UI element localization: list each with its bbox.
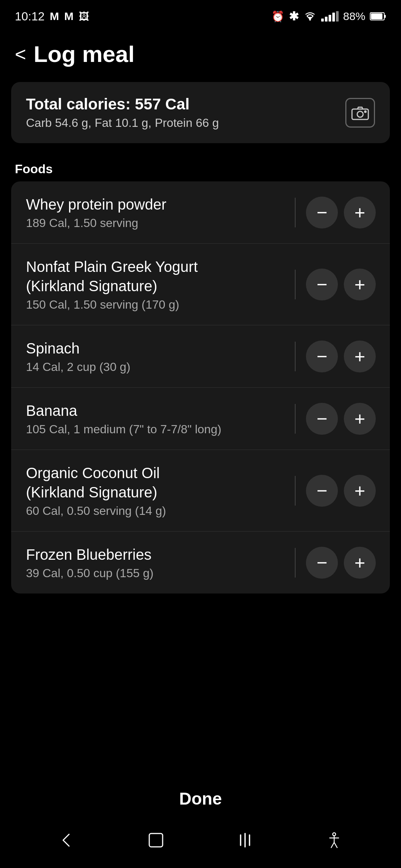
increase-greek-yogurt-button[interactable]: + (344, 269, 376, 300)
list-item: Organic Coconut Oil(Kirkland Signature) … (11, 450, 390, 532)
summary-card: Total calories: 557 Cal Carb 54.6 g, Fat… (11, 82, 390, 143)
food-info-greek-yogurt: Nonfat Plain Greek Yogurt(Kirkland Signa… (26, 257, 287, 312)
nav-recents-icon (235, 831, 255, 850)
camera-icon (351, 104, 369, 122)
nav-accessibility-button[interactable] (313, 823, 355, 857)
food-controls-coconut-oil: − + (295, 475, 379, 507)
macros-summary: Carb 54.6 g, Fat 10.1 g, Protein 66 g (26, 116, 219, 130)
list-item: Nonfat Plain Greek Yogurt(Kirkland Signa… (11, 244, 390, 325)
svg-line-14 (331, 842, 334, 848)
food-name-greek-yogurt: Nonfat Plain Greek Yogurt(Kirkland Signa… (26, 257, 287, 296)
foods-section-label: Foods (0, 151, 401, 181)
bluetooth-icon: ✱ (289, 9, 299, 23)
decrease-spinach-button[interactable]: − (306, 341, 338, 372)
camera-button[interactable] (345, 98, 375, 128)
decrease-whey-protein-button[interactable]: − (306, 197, 338, 228)
navigation-bar (0, 812, 401, 868)
photo-icon: 🖼 (79, 10, 89, 23)
nav-back-button[interactable] (46, 823, 88, 857)
nav-home-button[interactable] (135, 823, 177, 857)
divider (295, 404, 296, 434)
svg-point-5 (357, 111, 363, 117)
decrease-banana-button[interactable]: − (306, 403, 338, 435)
decrease-coconut-oil-button[interactable]: − (306, 475, 338, 507)
svg-point-6 (365, 111, 366, 112)
divider (295, 476, 296, 506)
decrease-blueberries-button[interactable]: − (306, 547, 338, 579)
food-details-spinach: 14 Cal, 2 cup (30 g) (26, 360, 287, 374)
svg-rect-3 (384, 15, 386, 18)
food-list: Whey protein powder 189 Cal, 1.50 servin… (11, 181, 390, 594)
gmail-icon-1: M (50, 10, 59, 23)
header: < Log meal (0, 30, 401, 75)
svg-line-15 (334, 842, 337, 848)
nav-accessibility-icon (325, 831, 344, 850)
page-title: Log meal (33, 41, 134, 67)
increase-banana-button[interactable]: + (344, 403, 376, 435)
status-bar: 10:12 M M 🖼 ⏰ ✱ 88% (0, 0, 401, 30)
food-details-greek-yogurt: 150 Cal, 1.50 serving (170 g) (26, 298, 287, 312)
food-info-whey-protein: Whey protein powder 189 Cal, 1.50 servin… (26, 195, 287, 230)
food-details-banana: 105 Cal, 1 medium (7" to 7-7/8" long) (26, 423, 287, 436)
time-display: 10:12 (15, 10, 45, 23)
divider (295, 342, 296, 371)
wifi-icon (303, 11, 317, 22)
svg-rect-2 (371, 13, 382, 19)
status-left: 10:12 M M 🖼 (15, 10, 89, 23)
divider (295, 198, 296, 227)
increase-coconut-oil-button[interactable]: + (344, 475, 376, 507)
food-details-coconut-oil: 60 Cal, 0.50 serving (14 g) (26, 504, 287, 518)
total-calories: Total calories: 557 Cal (26, 95, 219, 113)
gmail-icon-2: M (64, 10, 74, 23)
list-item: Spinach 14 Cal, 2 cup (30 g) − + (11, 325, 390, 388)
food-controls-greek-yogurt: − + (295, 269, 379, 300)
nav-home-icon (146, 831, 166, 850)
alarm-icon: ⏰ (271, 10, 284, 23)
list-item: Frozen Blueberries 39 Cal, 0.50 cup (155… (11, 532, 390, 594)
food-info-blueberries: Frozen Blueberries 39 Cal, 0.50 cup (155… (26, 545, 287, 580)
list-item: Banana 105 Cal, 1 medium (7" to 7-7/8" l… (11, 388, 390, 450)
food-info-spinach: Spinach 14 Cal, 2 cup (30 g) (26, 339, 287, 374)
signal-icon (321, 11, 339, 22)
food-controls-blueberries: − + (295, 547, 379, 579)
svg-point-0 (309, 19, 311, 21)
nav-back-icon (57, 831, 76, 850)
battery-icon (370, 11, 386, 21)
decrease-greek-yogurt-button[interactable]: − (306, 269, 338, 300)
food-details-whey-protein: 189 Cal, 1.50 serving (26, 216, 287, 230)
food-name-spinach: Spinach (26, 339, 287, 358)
food-details-blueberries: 39 Cal, 0.50 cup (155 g) (26, 566, 287, 580)
increase-spinach-button[interactable]: + (344, 341, 376, 372)
battery-percentage: 88% (343, 10, 365, 23)
divider (295, 270, 296, 299)
done-button[interactable]: Done (179, 789, 222, 809)
svg-rect-7 (149, 834, 163, 847)
food-name-whey-protein: Whey protein powder (26, 195, 287, 214)
increase-whey-protein-button[interactable]: + (344, 197, 376, 228)
food-name-coconut-oil: Organic Coconut Oil(Kirkland Signature) (26, 463, 287, 502)
food-controls-banana: − + (295, 403, 379, 435)
done-section: Done (0, 789, 401, 809)
list-item: Whey protein powder 189 Cal, 1.50 servin… (11, 181, 390, 244)
divider (295, 548, 296, 578)
summary-text: Total calories: 557 Cal Carb 54.6 g, Fat… (26, 95, 219, 130)
food-controls-spinach: − + (295, 341, 379, 372)
status-right: ⏰ ✱ 88% (271, 9, 386, 23)
food-controls-whey-protein: − + (295, 197, 379, 228)
nav-recents-button[interactable] (224, 823, 266, 857)
food-info-coconut-oil: Organic Coconut Oil(Kirkland Signature) … (26, 463, 287, 518)
increase-blueberries-button[interactable]: + (344, 547, 376, 579)
food-name-blueberries: Frozen Blueberries (26, 545, 287, 564)
food-info-banana: Banana 105 Cal, 1 medium (7" to 7-7/8" l… (26, 401, 287, 436)
back-button[interactable]: < (15, 45, 26, 64)
food-name-banana: Banana (26, 401, 287, 420)
